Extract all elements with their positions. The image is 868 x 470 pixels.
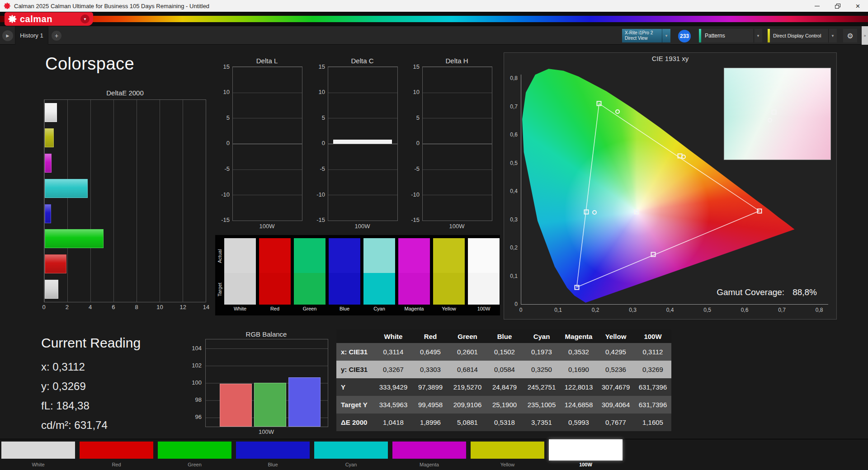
deltae-bar-cyan (45, 179, 88, 198)
table-cell: 24,8479 (486, 378, 523, 396)
current-reading-line: y: 0,3269 (41, 376, 108, 396)
target-square-marker (651, 252, 656, 257)
chevron-down-icon: ▼ (828, 29, 837, 42)
swatch-target (433, 273, 465, 305)
table-row-x-cie31[interactable]: x: CIE310,31140,64950,26010,15020,19730,… (336, 343, 671, 361)
display-control-select[interactable]: Direct Display Control ▼ (768, 29, 837, 42)
pattern-patch-100w[interactable] (549, 439, 623, 461)
table-cell: 97,3899 (412, 378, 449, 396)
tab-bar: ▶ History 1 + X-Rite i1Pro 2 Direct View… (0, 26, 868, 45)
delta-value-bar (333, 140, 392, 144)
gamut-coverage-value: 88,8% (793, 287, 817, 297)
table-cell: 631,7396 (634, 396, 671, 414)
target-row-label: Target (216, 274, 223, 306)
restore-button[interactable] (827, 0, 848, 12)
deltae-chart-title: DeltaE 2000 (44, 89, 206, 97)
table-row--e-2000[interactable]: ΔE 20001,04181,89965,08810,53183,73510,5… (336, 414, 671, 431)
delta-c-x-label: 100W (328, 223, 397, 230)
swatch-label: Blue (329, 306, 360, 314)
delta-c-title: Delta C (328, 57, 397, 65)
pattern-patch-yellow[interactable] (471, 442, 544, 459)
cie-y-labels: 0,80,70,60,50,40,30,20,10 (505, 78, 519, 304)
table-cell: 0,1690 (560, 361, 597, 378)
current-reading-line: x: 0,3112 (41, 357, 108, 376)
table-cell: 0,5236 (597, 361, 634, 378)
table-cell: 631,7396 (634, 378, 671, 396)
table-cell: 1,0418 (375, 414, 412, 431)
target-square-marker (574, 285, 579, 290)
rgb-bar-red (220, 384, 252, 427)
table-cell: 0,3269 (634, 361, 671, 378)
table-corner-cell (336, 329, 375, 343)
patterns-select[interactable]: Patterns ▼ (699, 29, 762, 42)
gamut-coverage: Gamut Coverage: 88,8% (717, 287, 817, 297)
deltae-x-axis-labels: 02468101214 (44, 304, 206, 310)
deltae-bar-green (45, 229, 104, 248)
table-cell: 0,1502 (486, 343, 523, 361)
swatch-label: Cyan (363, 306, 395, 314)
delta-l-chart (232, 66, 302, 221)
pattern-patch-blue[interactable] (236, 442, 310, 459)
pattern-count-badge[interactable]: 233 (678, 30, 691, 42)
measured-circle-marker (615, 109, 620, 114)
calman-logo-menu[interactable]: calman ▼ (5, 12, 93, 26)
close-icon: × (856, 2, 860, 10)
table-column-header: White (375, 329, 412, 343)
chevron-down-icon: ▼ (83, 17, 87, 21)
swatch-column-blue: Blue (329, 238, 360, 314)
logo-dropdown-button[interactable]: ▼ (80, 14, 90, 24)
table-cell: 1,1605 (634, 414, 671, 431)
add-tab-button[interactable]: + (52, 31, 61, 41)
tab-history-1[interactable]: History 1 (15, 26, 48, 45)
target-square-marker (597, 101, 602, 106)
table-row-y[interactable]: Y333,942997,3899219,527024,8479245,27511… (336, 378, 671, 396)
measured-circle-marker (634, 210, 639, 214)
swatch-actual (329, 238, 360, 273)
rgb-balance-x-label: 100W (205, 428, 327, 435)
history-expand-button[interactable]: ▶ (2, 30, 13, 41)
table-cell: 334,5963 (375, 396, 412, 414)
swatch-actual (468, 238, 500, 273)
target-square-marker (772, 109, 777, 114)
swatch-column-cyan: Cyan (363, 238, 395, 314)
restore-icon (835, 4, 840, 9)
zero-line (423, 144, 492, 144)
table-row-y-cie31[interactable]: y: CIE310,32670,33030,68140,05840,32500,… (336, 361, 671, 378)
deltae-bar-magenta (45, 154, 52, 173)
table-cell: 25,1900 (486, 396, 523, 414)
measurement-table: WhiteRedGreenBlueCyanMagentaYellow100Wx:… (336, 329, 671, 431)
actual-row-label: Actual (216, 239, 223, 274)
pattern-patch-red[interactable] (80, 442, 153, 459)
table-row-label: Y (336, 378, 375, 396)
pattern-patch-magenta[interactable] (392, 442, 466, 459)
pattern-patch-label: 100W (549, 462, 623, 467)
swatch-target (224, 273, 256, 305)
swatch-target (294, 273, 326, 305)
pattern-patch-cyan[interactable] (314, 442, 388, 459)
current-reading-values: x: 0,3112y: 0,3269fL: 184,38cd/m²: 631,7… (41, 357, 108, 435)
rgb-balance-title: RGB Balance (205, 330, 327, 338)
pattern-patch-green[interactable] (158, 442, 231, 459)
pattern-patch-white[interactable] (1, 442, 75, 459)
swatch-column-red: Red (259, 238, 291, 314)
table-cell: 0,5993 (560, 414, 597, 431)
swatch-actual (363, 238, 395, 273)
meter-select[interactable]: X-Rite i1Pro 2 Direct View ▼ (622, 29, 670, 42)
settings-button[interactable]: ⚙ (843, 29, 857, 42)
panel-collapse-strip[interactable]: » (862, 26, 868, 45)
pattern-patch-label: Red (80, 462, 153, 467)
table-cell: 333,9429 (375, 378, 412, 396)
table-column-header: Yellow (597, 329, 634, 343)
current-reading-line: cd/m²: 631,74 (41, 415, 108, 435)
table-cell: 0,3112 (634, 343, 671, 361)
window-title: Calman 2025 Calman Ultimate for Business… (14, 3, 807, 9)
rgb-bar-green (254, 383, 286, 427)
gamut-coverage-label: Gamut Coverage: (717, 287, 784, 297)
measured-circle-marker (681, 155, 686, 159)
swatch-actual (224, 238, 256, 273)
close-button[interactable]: × (848, 0, 868, 12)
cie-x-labels: 00,10,20,30,40,50,60,70,8 (521, 307, 819, 313)
table-row-target-y[interactable]: Target Y334,596399,4958209,910625,190023… (336, 396, 671, 414)
minimize-button[interactable] (807, 0, 827, 12)
table-cell: 0,3267 (375, 361, 412, 378)
